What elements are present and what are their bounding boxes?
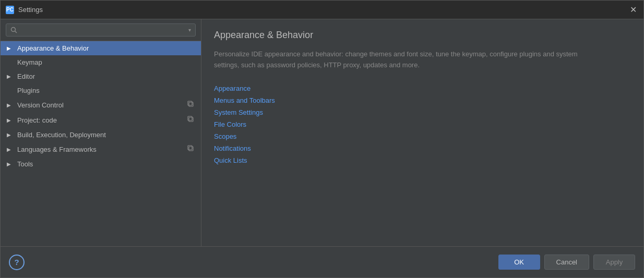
sidebar-item-label: Version Control [17,101,187,109]
cancel-button[interactable]: Cancel [544,255,589,270]
settings-dialog: PC Settings ✕ ▾ [0,0,644,278]
sidebar-item-keymap[interactable]: Keymap [1,55,201,69]
sidebar-item-label: Languages & Frameworks [17,146,187,153]
sidebar-item-label: Plugins [17,87,195,94]
link-quick-lists[interactable]: Quick Lists [214,155,631,165]
app-icon: PC [6,6,14,14]
main-content: Appearance & Behavior Personalize IDE ap… [201,19,643,246]
search-icon [10,27,17,33]
sidebar-item-label: Keymap [17,58,195,66]
sidebar: ▾ ▶ Appearance & Behavior Keymap ▶ Edito [1,19,201,246]
dialog-title: Settings [18,6,43,14]
link-appearance[interactable]: Appearance [214,83,631,93]
ok-button[interactable]: OK [498,255,540,270]
sidebar-item-languages-frameworks[interactable]: ▶ Languages & Frameworks [1,142,201,157]
svg-rect-4 [189,117,193,122]
sidebar-item-tools[interactable]: ▶ Tools [1,157,201,171]
sidebar-item-plugins[interactable]: Plugins [1,83,201,98]
arrow-icon: ▶ [7,45,15,51]
sidebar-item-label: Appearance & Behavior [17,44,195,52]
link-system-settings[interactable]: System Settings [214,107,631,117]
title-bar: PC Settings ✕ [1,1,643,19]
arrow-icon: ▶ [7,117,15,123]
apply-button[interactable]: Apply [593,255,635,270]
svg-rect-7 [188,146,192,150]
arrow-icon: ▶ [7,161,15,167]
sidebar-item-version-control[interactable]: ▶ Version Control [1,98,201,113]
sidebar-item-label: Build, Execution, Deployment [17,131,195,139]
sidebar-item-label: Project: code [17,116,187,124]
svg-point-0 [11,28,16,32]
arrow-icon: ▶ [7,147,15,152]
bottom-bar: ? OK Cancel Apply [1,246,643,277]
sidebar-item-label: Editor [17,72,195,80]
svg-rect-3 [188,101,192,105]
title-bar-left: PC Settings [6,6,43,14]
search-input[interactable] [20,26,185,34]
help-button[interactable]: ? [9,255,25,270]
sidebar-item-build-execution[interactable]: ▶ Build, Execution, Deployment [1,128,201,142]
arrow-icon: ▶ [7,132,15,138]
link-list: Appearance Menus and Toolbars System Set… [214,83,631,165]
sidebar-item-project-code[interactable]: ▶ Project: code [1,113,201,128]
content-area: ▾ ▶ Appearance & Behavior Keymap ▶ Edito [1,19,643,246]
close-button[interactable]: ✕ [628,5,638,15]
sidebar-item-appearance-behavior[interactable]: ▶ Appearance & Behavior [1,41,201,55]
svg-line-1 [15,31,17,33]
arrow-icon: ▶ [7,102,15,108]
svg-rect-2 [189,102,193,106]
link-notifications[interactable]: Notifications [214,143,631,153]
search-bar: ▾ [1,19,201,41]
section-title: Appearance & Behavior [214,30,631,41]
link-scopes[interactable]: Scopes [214,131,631,141]
svg-rect-5 [188,116,192,120]
copy-icon [187,116,195,125]
copy-icon [187,145,195,154]
action-buttons: OK Cancel Apply [498,255,635,270]
sidebar-item-label: Tools [17,160,195,168]
arrow-placeholder [7,88,15,93]
link-file-colors[interactable]: File Colors [214,119,631,129]
section-description: Personalize IDE appearance and behavior:… [214,49,579,71]
arrow-placeholder [7,59,15,65]
link-menus-toolbars[interactable]: Menus and Toolbars [214,95,631,105]
nav-list: ▶ Appearance & Behavior Keymap ▶ Editor … [1,41,201,246]
sidebar-item-editor[interactable]: ▶ Editor [1,69,201,83]
svg-rect-6 [189,147,193,151]
arrow-icon: ▶ [7,74,15,79]
search-wrapper[interactable]: ▾ [6,23,196,37]
search-dropdown-icon[interactable]: ▾ [188,27,191,33]
copy-icon [187,101,195,110]
